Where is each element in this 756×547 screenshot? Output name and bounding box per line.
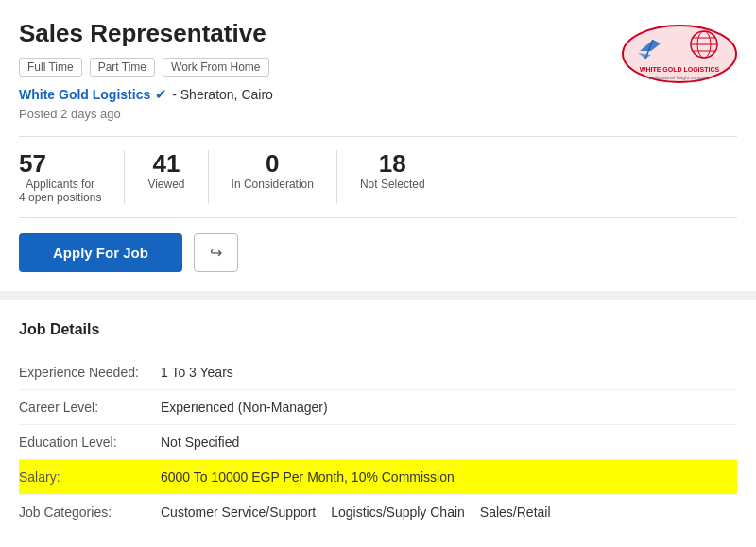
education-value: Not Specified — [161, 435, 737, 450]
stats-row: 57 Applicants for4 open positions 41 Vie… — [19, 136, 737, 218]
share-icon: ↪ — [210, 244, 222, 262]
detail-row-education: Education Level: Not Specified — [19, 425, 737, 460]
stat-applicants: 57 Applicants for4 open positions — [19, 150, 125, 204]
category-3: Sales/Retail — [480, 504, 551, 520]
detail-row-experience: Experience Needed: 1 To 3 Years — [19, 355, 737, 390]
company-line: White Gold Logistics ✔ - Sheraton, Cairo — [19, 86, 737, 103]
career-value: Experienced (Non-Manager) — [161, 400, 737, 415]
stat-viewed-number: 41 — [153, 150, 180, 178]
salary-value: 6000 To 10000 EGP Per Month, 10% Commiss… — [161, 470, 737, 485]
location-text: - Sheraton, Cairo — [172, 87, 273, 102]
salary-label: Salary: — [19, 470, 161, 485]
actions-row: Apply For Job ↪ — [19, 233, 737, 291]
stat-viewed: 41 Viewed — [125, 150, 208, 204]
career-label: Career Level: — [19, 400, 161, 415]
company-name-link[interactable]: White Gold Logistics — [19, 87, 150, 102]
svg-text:professional freight company: professional freight company — [649, 75, 710, 80]
experience-value: 1 To 3 Years — [161, 365, 737, 380]
apply-button[interactable]: Apply For Job — [19, 233, 182, 272]
education-label: Education Level: — [19, 435, 161, 450]
detail-row-salary: Salary: 6000 To 10000 EGP Per Month, 10%… — [19, 460, 737, 495]
categories-label: Job Categories: — [19, 504, 161, 520]
categories-values: Customer Service/Support Logistics/Suppl… — [161, 504, 737, 520]
details-card: Job Details Experience Needed: 1 To 3 Ye… — [0, 300, 756, 547]
stat-not-selected-number: 18 — [379, 150, 406, 178]
stat-consideration-number: 0 — [266, 150, 279, 178]
experience-label: Experience Needed: — [19, 365, 161, 380]
stat-consideration-label: In Consideration — [232, 178, 314, 191]
category-2: Logistics/Supply Chain — [331, 504, 465, 520]
tag-wfh: Work From Home — [163, 58, 268, 77]
verified-icon: ✔ — [155, 86, 167, 103]
company-logo: WHITE GOLD LOGISTICS professional freigh… — [618, 15, 741, 86]
stat-applicants-label: Applicants for4 open positions — [19, 178, 101, 204]
details-section-title: Job Details — [19, 321, 737, 338]
svg-text:WHITE GOLD LOGISTICS: WHITE GOLD LOGISTICS — [640, 66, 720, 73]
stat-viewed-label: Viewed — [147, 178, 184, 191]
top-card: WHITE GOLD LOGISTICS professional freigh… — [0, 0, 756, 291]
detail-row-career: Career Level: Experienced (Non-Manager) — [19, 390, 737, 425]
stat-consideration: 0 In Consideration — [209, 150, 337, 204]
tag-parttime: Part Time — [90, 58, 155, 77]
stat-not-selected-label: Not Selected — [360, 178, 425, 191]
category-1: Customer Service/Support — [161, 504, 316, 520]
stat-applicants-number: 57 — [19, 150, 46, 178]
page-wrapper: WHITE GOLD LOGISTICS professional freigh… — [0, 0, 756, 547]
detail-row-categories: Job Categories: Customer Service/Support… — [19, 495, 737, 529]
posted-date: Posted 2 days ago — [19, 107, 737, 121]
share-button[interactable]: ↪ — [194, 233, 238, 272]
stat-not-selected: 18 Not Selected — [337, 150, 448, 204]
tag-fulltime: Full Time — [19, 58, 82, 77]
